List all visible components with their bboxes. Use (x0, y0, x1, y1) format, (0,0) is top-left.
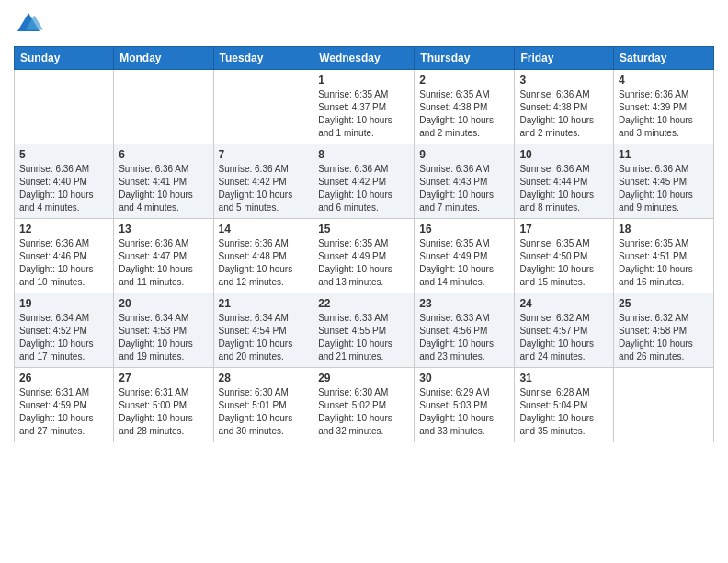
calendar-cell: 10Sunrise: 6:36 AM Sunset: 4:44 PM Dayli… (515, 144, 614, 219)
day-number: 16 (419, 223, 509, 236)
day-info: Sunrise: 6:36 AM Sunset: 4:42 PM Dayligh… (318, 163, 409, 214)
calendar-cell: 18Sunrise: 6:35 AM Sunset: 4:51 PM Dayli… (614, 219, 714, 293)
calendar-cell: 6Sunrise: 6:36 AM Sunset: 4:41 PM Daylig… (114, 144, 213, 219)
day-number: 26 (19, 372, 108, 385)
day-info: Sunrise: 6:36 AM Sunset: 4:44 PM Dayligh… (519, 163, 609, 214)
weekday-header: Saturday (614, 47, 714, 70)
day-number: 30 (419, 372, 509, 385)
day-number: 13 (119, 223, 208, 236)
calendar-cell: 14Sunrise: 6:36 AM Sunset: 4:48 PM Dayli… (213, 219, 313, 293)
calendar-week-row: 5Sunrise: 6:36 AM Sunset: 4:40 PM Daylig… (15, 144, 714, 219)
calendar-cell (614, 368, 714, 442)
day-info: Sunrise: 6:31 AM Sunset: 5:00 PM Dayligh… (119, 386, 208, 438)
calendar-cell: 17Sunrise: 6:35 AM Sunset: 4:50 PM Dayli… (515, 219, 614, 293)
day-info: Sunrise: 6:36 AM Sunset: 4:43 PM Dayligh… (419, 163, 509, 214)
day-info: Sunrise: 6:36 AM Sunset: 4:45 PM Dayligh… (619, 163, 709, 214)
calendar-header-row: SundayMondayTuesdayWednesdayThursdayFrid… (15, 47, 714, 70)
day-info: Sunrise: 6:33 AM Sunset: 4:56 PM Dayligh… (419, 312, 509, 363)
day-info: Sunrise: 6:34 AM Sunset: 4:54 PM Dayligh… (219, 312, 309, 363)
calendar-cell: 29Sunrise: 6:30 AM Sunset: 5:02 PM Dayli… (313, 368, 415, 442)
day-info: Sunrise: 6:35 AM Sunset: 4:49 PM Dayligh… (419, 237, 509, 289)
day-info: Sunrise: 6:35 AM Sunset: 4:50 PM Dayligh… (519, 237, 609, 289)
calendar-cell: 9Sunrise: 6:36 AM Sunset: 4:43 PM Daylig… (415, 144, 515, 219)
calendar-cell: 1Sunrise: 6:35 AM Sunset: 4:37 PM Daylig… (313, 70, 415, 144)
day-info: Sunrise: 6:32 AM Sunset: 4:57 PM Dayligh… (519, 312, 609, 363)
day-info: Sunrise: 6:36 AM Sunset: 4:41 PM Dayligh… (119, 163, 208, 214)
calendar-cell (15, 70, 114, 144)
calendar-cell: 4Sunrise: 6:36 AM Sunset: 4:39 PM Daylig… (614, 70, 714, 144)
calendar-cell: 24Sunrise: 6:32 AM Sunset: 4:57 PM Dayli… (515, 293, 614, 368)
day-number: 1 (318, 74, 409, 86)
day-info: Sunrise: 6:35 AM Sunset: 4:49 PM Dayligh… (318, 237, 409, 289)
day-info: Sunrise: 6:29 AM Sunset: 5:03 PM Dayligh… (419, 386, 509, 438)
weekday-header: Sunday (15, 47, 114, 70)
calendar-cell: 19Sunrise: 6:34 AM Sunset: 4:52 PM Dayli… (15, 293, 114, 368)
day-info: Sunrise: 6:34 AM Sunset: 4:52 PM Dayligh… (19, 312, 108, 363)
calendar-cell: 25Sunrise: 6:32 AM Sunset: 4:58 PM Dayli… (614, 293, 714, 368)
calendar-cell: 8Sunrise: 6:36 AM Sunset: 4:42 PM Daylig… (313, 144, 415, 219)
day-number: 27 (119, 372, 208, 385)
calendar-cell: 15Sunrise: 6:35 AM Sunset: 4:49 PM Dayli… (313, 219, 415, 293)
day-number: 23 (419, 297, 509, 310)
day-number: 15 (318, 223, 409, 236)
calendar-cell: 13Sunrise: 6:36 AM Sunset: 4:47 PM Dayli… (114, 219, 213, 293)
day-number: 19 (19, 297, 108, 310)
calendar-cell: 7Sunrise: 6:36 AM Sunset: 4:42 PM Daylig… (213, 144, 313, 219)
day-number: 29 (318, 372, 409, 385)
day-number: 31 (519, 372, 609, 385)
day-number: 28 (219, 372, 309, 385)
calendar-cell: 3Sunrise: 6:36 AM Sunset: 4:38 PM Daylig… (515, 70, 614, 144)
day-info: Sunrise: 6:36 AM Sunset: 4:47 PM Dayligh… (119, 237, 208, 289)
calendar-cell: 12Sunrise: 6:36 AM Sunset: 4:46 PM Dayli… (15, 219, 114, 293)
calendar-cell: 21Sunrise: 6:34 AM Sunset: 4:54 PM Dayli… (213, 293, 313, 368)
calendar-cell: 27Sunrise: 6:31 AM Sunset: 5:00 PM Dayli… (114, 368, 213, 442)
day-number: 18 (619, 223, 709, 236)
day-info: Sunrise: 6:36 AM Sunset: 4:38 PM Dayligh… (519, 88, 609, 140)
day-number: 9 (419, 148, 509, 161)
calendar-cell: 30Sunrise: 6:29 AM Sunset: 5:03 PM Dayli… (415, 368, 515, 442)
calendar-cell: 5Sunrise: 6:36 AM Sunset: 4:40 PM Daylig… (15, 144, 114, 219)
calendar-table: SundayMondayTuesdayWednesdayThursdayFrid… (14, 46, 714, 442)
weekday-header: Friday (515, 47, 614, 70)
day-info: Sunrise: 6:34 AM Sunset: 4:53 PM Dayligh… (119, 312, 208, 363)
day-number: 12 (19, 223, 108, 236)
day-number: 6 (119, 148, 208, 161)
weekday-header: Monday (114, 47, 213, 70)
weekday-header: Tuesday (213, 47, 313, 70)
page: SundayMondayTuesdayWednesdayThursdayFrid… (0, 0, 728, 563)
calendar-cell: 23Sunrise: 6:33 AM Sunset: 4:56 PM Dayli… (415, 293, 515, 368)
day-number: 10 (519, 148, 609, 161)
day-info: Sunrise: 6:35 AM Sunset: 4:37 PM Dayligh… (318, 88, 409, 140)
day-number: 8 (318, 148, 409, 161)
calendar-cell: 26Sunrise: 6:31 AM Sunset: 4:59 PM Dayli… (15, 368, 114, 442)
calendar-week-row: 19Sunrise: 6:34 AM Sunset: 4:52 PM Dayli… (15, 293, 714, 368)
calendar-week-row: 12Sunrise: 6:36 AM Sunset: 4:46 PM Dayli… (15, 219, 714, 293)
day-number: 25 (619, 297, 709, 310)
day-info: Sunrise: 6:35 AM Sunset: 4:38 PM Dayligh… (419, 88, 509, 140)
calendar-cell: 2Sunrise: 6:35 AM Sunset: 4:38 PM Daylig… (415, 70, 515, 144)
day-info: Sunrise: 6:31 AM Sunset: 4:59 PM Dayligh… (19, 386, 108, 438)
logo (14, 9, 47, 39)
day-info: Sunrise: 6:36 AM Sunset: 4:48 PM Dayligh… (219, 237, 309, 289)
day-info: Sunrise: 6:36 AM Sunset: 4:39 PM Dayligh… (619, 88, 709, 140)
calendar-cell: 22Sunrise: 6:33 AM Sunset: 4:55 PM Dayli… (313, 293, 415, 368)
calendar-cell: 28Sunrise: 6:30 AM Sunset: 5:01 PM Dayli… (213, 368, 313, 442)
day-info: Sunrise: 6:36 AM Sunset: 4:40 PM Dayligh… (19, 163, 108, 214)
calendar-cell: 11Sunrise: 6:36 AM Sunset: 4:45 PM Dayli… (614, 144, 714, 219)
day-number: 17 (519, 223, 609, 236)
day-info: Sunrise: 6:35 AM Sunset: 4:51 PM Dayligh… (619, 237, 709, 289)
day-number: 2 (419, 74, 509, 86)
calendar-cell (213, 70, 313, 144)
calendar-week-row: 26Sunrise: 6:31 AM Sunset: 4:59 PM Dayli… (15, 368, 714, 442)
day-number: 14 (219, 223, 309, 236)
header (14, 9, 714, 39)
day-info: Sunrise: 6:32 AM Sunset: 4:58 PM Dayligh… (619, 312, 709, 363)
day-info: Sunrise: 6:30 AM Sunset: 5:01 PM Dayligh… (219, 386, 309, 438)
day-number: 4 (619, 74, 709, 86)
calendar-cell: 31Sunrise: 6:28 AM Sunset: 5:04 PM Dayli… (515, 368, 614, 442)
day-info: Sunrise: 6:28 AM Sunset: 5:04 PM Dayligh… (519, 386, 609, 438)
calendar-cell (114, 70, 213, 144)
logo-icon (14, 9, 43, 39)
day-info: Sunrise: 6:36 AM Sunset: 4:46 PM Dayligh… (19, 237, 108, 289)
day-info: Sunrise: 6:36 AM Sunset: 4:42 PM Dayligh… (219, 163, 309, 214)
